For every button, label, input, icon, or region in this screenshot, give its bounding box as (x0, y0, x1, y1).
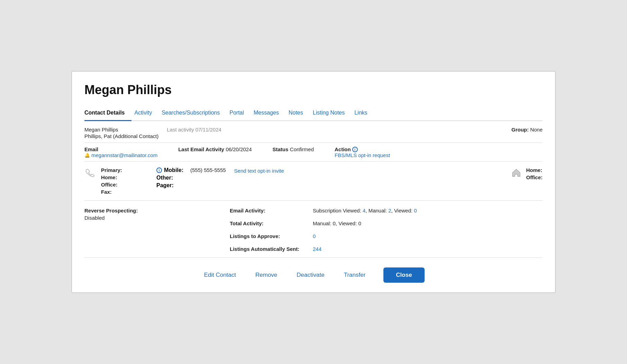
action-info-icon[interactable]: i (352, 147, 358, 152)
tab-contact-details[interactable]: Contact Details (84, 106, 131, 121)
email-activity-col: Last Email Activity 06/20/2024 (178, 146, 252, 153)
bell-icon: 🔔 (84, 153, 90, 158)
listings-auto-sent-link[interactable]: 244 (313, 246, 321, 252)
phone-icon (84, 168, 96, 180)
tab-links[interactable]: Links (354, 106, 374, 121)
contact-info-bar: Megan Phillips Phillips, Pat (Additional… (84, 121, 543, 143)
reverse-prospecting: Reverse Prospecting: Disabled (84, 208, 161, 252)
listings-auto-sent-row: Listings Automatically Sent: 244 (230, 246, 417, 252)
home-address-labels: Home: Office: (526, 167, 543, 180)
mobile-info-icon[interactable]: i (156, 167, 162, 173)
tab-activity[interactable]: Activity (134, 106, 159, 121)
action-col: Action i FBS/MLS opt-in request (335, 146, 390, 158)
viewed-link[interactable]: 0 (414, 208, 417, 213)
listings-to-approve-row: Listings to Approve: 0 (230, 233, 417, 239)
group-info: Group: None (511, 127, 543, 133)
remove-button[interactable]: Remove (254, 269, 279, 281)
last-activity-text: Last activity 07/11/2024 (167, 127, 221, 133)
deactivate-button[interactable]: Deactivate (295, 269, 326, 281)
email-activity-value: Subscription Viewed: 4, Manual: 2, Viewe… (313, 208, 417, 213)
home-section: Home: Office: (511, 167, 543, 180)
contact-primary-name: Megan Phillips (84, 127, 158, 133)
tab-messages[interactable]: Messages (254, 106, 286, 121)
home-icon (511, 167, 522, 180)
action-link[interactable]: FBS/MLS opt-in request (335, 152, 390, 158)
page-title: Megan Phillips (84, 83, 543, 97)
action-label: Action i (335, 146, 390, 152)
phone-section: Primary: Home: Office: Fax: i Mobile: Ot… (84, 162, 543, 201)
subscription-viewed-link[interactable]: 4 (363, 208, 365, 213)
email-row: Email 🔔 megannstar@mailinator.com Last E… (84, 143, 543, 162)
footer-actions: Edit Contact Remove Deactivate Transfer … (84, 258, 543, 283)
close-button[interactable]: Close (383, 267, 424, 283)
total-activity-row: Total Activity: Manual: 0, Viewed: 0 (230, 220, 417, 226)
email-col: Email 🔔 megannstar@mailinator.com (84, 146, 157, 158)
contact-name-block: Megan Phillips Phillips, Pat (Additional… (84, 127, 158, 139)
phone-labels: Primary: Home: Office: Fax: (101, 167, 143, 195)
email-link[interactable]: 🔔 megannstar@mailinator.com (84, 152, 157, 158)
transfer-button[interactable]: Transfer (343, 269, 367, 281)
status-col: Status Confirmed (273, 146, 314, 153)
tab-portal[interactable]: Portal (229, 106, 251, 121)
tab-searches-subscriptions[interactable]: Searches/Subscriptions (162, 106, 227, 121)
listings-to-approve-link[interactable]: 0 (313, 233, 316, 239)
contact-additional-name: Phillips, Pat (Additional Contact) (84, 133, 158, 139)
email-activity-stats: Email Activity: Subscription Viewed: 4, … (230, 208, 417, 252)
manual-link[interactable]: 2 (388, 208, 391, 213)
tab-notes[interactable]: Notes (289, 106, 310, 121)
activity-section: Reverse Prospecting: Disabled Email Acti… (84, 201, 543, 258)
contact-modal: Megan Phillips Contact Details Activity … (71, 71, 556, 293)
email-activity-row: Email Activity: Subscription Viewed: 4, … (230, 208, 417, 213)
tab-listing-notes[interactable]: Listing Notes (313, 106, 352, 121)
tab-bar: Contact Details Activity Searches/Subscr… (84, 106, 543, 121)
edit-contact-button[interactable]: Edit Contact (202, 269, 237, 281)
send-text-link[interactable]: Send text opt-in invite (234, 168, 284, 174)
